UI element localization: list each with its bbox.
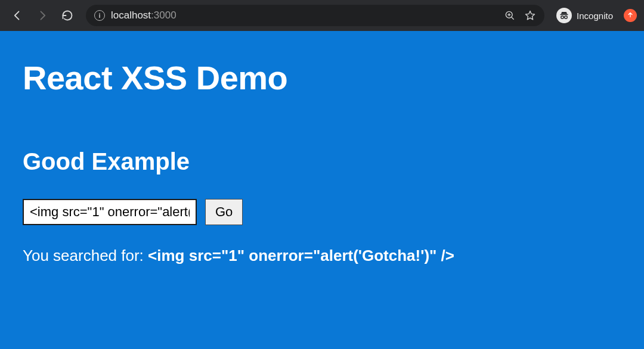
svg-point-6 (561, 16, 564, 19)
omnibox-actions (504, 10, 536, 21)
incognito-icon (556, 8, 572, 23)
url-host: localhost (111, 10, 151, 21)
zoom-icon[interactable] (504, 10, 516, 21)
url-display: localhost:3000 (111, 10, 177, 21)
svg-line-3 (512, 17, 514, 20)
search-result: You searched for: <img src="1" onerror="… (23, 247, 621, 265)
bookmark-star-icon[interactable] (524, 10, 536, 21)
search-input[interactable] (23, 199, 197, 225)
svg-point-7 (565, 16, 568, 19)
page-title: React XSS Demo (23, 58, 621, 97)
search-form: Go (23, 199, 621, 225)
go-button[interactable]: Go (205, 199, 243, 225)
page-content: React XSS Demo Good Example Go You searc… (0, 31, 644, 349)
good-example-heading: Good Example (23, 148, 621, 175)
address-bar[interactable]: localhost:3000 (86, 5, 544, 26)
forward-button[interactable] (32, 5, 52, 26)
url-port: :3000 (151, 10, 177, 21)
extension-badge[interactable] (624, 9, 637, 22)
reload-button[interactable] (57, 5, 78, 26)
svg-rect-5 (560, 14, 568, 15)
result-query: <img src="1" onerror="alert('Gotcha!')" … (148, 247, 454, 264)
site-info-icon[interactable] (94, 10, 105, 21)
svg-marker-4 (526, 11, 535, 20)
incognito-label: Incognito (577, 11, 613, 21)
incognito-indicator: Incognito (556, 8, 613, 23)
result-prefix: You searched for: (23, 247, 148, 264)
browser-toolbar: localhost:3000 Incognito (0, 0, 644, 31)
back-button[interactable] (7, 5, 27, 26)
